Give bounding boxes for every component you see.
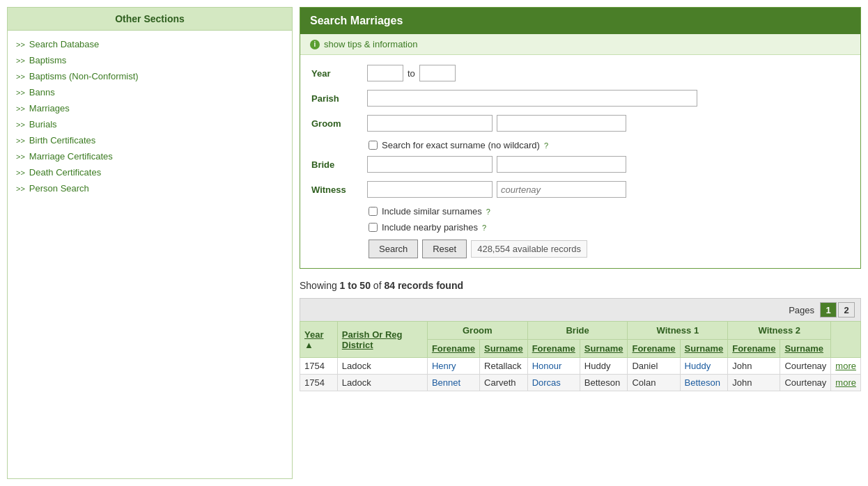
cell-groom-forename: Henry xyxy=(427,358,479,375)
bride-surname-header[interactable]: Surname xyxy=(580,340,628,358)
search-button[interactable]: Search xyxy=(369,240,418,258)
similar-surnames-help[interactable]: ? xyxy=(486,207,490,216)
sidebar-item-label: Banns xyxy=(29,87,55,97)
parish-sort-link[interactable]: Parish Or Reg District xyxy=(342,329,403,350)
sidebar-item-burials[interactable]: >>Burials xyxy=(8,116,292,132)
cell-w1-surname: Huddy xyxy=(680,358,728,375)
sidebar-item-baptisms-nonconformist[interactable]: >>Baptisms (Non-Conformist) xyxy=(8,68,292,84)
year-to-input[interactable] xyxy=(419,65,456,81)
parish-input[interactable] xyxy=(367,90,697,107)
sidebar-item-search-database[interactable]: >>Search Database xyxy=(8,36,292,52)
sidebar-item-label: Death Certificates xyxy=(29,167,101,178)
groom-forename-sort[interactable]: Forename xyxy=(432,343,475,354)
results-summary: Showing 1 to 50 of 84 records found xyxy=(300,280,861,291)
cell-parish: Ladock xyxy=(337,375,427,391)
groom-surname-sort[interactable]: Surname xyxy=(484,343,523,354)
sidebar-item-baptisms[interactable]: >>Baptisms xyxy=(8,52,292,68)
cell-w2-forename: John xyxy=(728,375,780,391)
cell-year: 1754 xyxy=(300,358,338,375)
sidebar-item-marriages[interactable]: >>Marriages xyxy=(8,100,292,116)
bride-forename-sort[interactable]: Forename xyxy=(532,343,575,354)
more-link[interactable]: more xyxy=(835,377,856,388)
year-row: Year to xyxy=(311,65,849,81)
cell-w2-surname: Courtenay xyxy=(780,358,831,375)
arrow-icon: >> xyxy=(16,120,25,129)
cell-parish: Ladock xyxy=(337,358,427,375)
witness-controls xyxy=(367,181,626,198)
sidebar-item-death-certificates[interactable]: >>Death Certificates xyxy=(8,164,292,180)
col-groom-group: Groom xyxy=(427,322,527,340)
search-panel: Search Marriages i show tips & informati… xyxy=(300,7,861,269)
w2-surname-header[interactable]: Surname xyxy=(780,340,831,358)
sidebar-item-label: Burials xyxy=(29,119,57,130)
cell-groom-surname: Carveth xyxy=(480,375,528,391)
tips-bar[interactable]: i show tips & information xyxy=(300,34,860,55)
cell-w1-forename: Colan xyxy=(628,375,680,391)
year-controls: to xyxy=(367,65,456,81)
pages-label: Pages xyxy=(789,305,814,315)
cell-bride-surname: Betteson xyxy=(580,375,628,391)
more-link[interactable]: more xyxy=(835,361,856,371)
nearby-parishes-checkbox[interactable] xyxy=(369,223,378,232)
year-sort-link[interactable]: Year xyxy=(304,329,323,340)
sidebar-item-label: Search Database xyxy=(29,39,99,49)
groom-surname-header[interactable]: Surname xyxy=(480,340,528,358)
arrow-icon: >> xyxy=(16,40,25,49)
nearby-parishes-help[interactable]: ? xyxy=(482,224,486,232)
bride-surname-sort[interactable]: Surname xyxy=(584,343,623,354)
col-parish-header[interactable]: Parish Or Reg District xyxy=(337,322,427,358)
page-2-button[interactable]: 2 xyxy=(838,302,855,318)
sidebar-item-banns[interactable]: >>Banns xyxy=(8,84,292,100)
year-from-input[interactable] xyxy=(367,65,403,81)
cell-groom-surname: Retallack xyxy=(480,358,528,375)
w1-surname-header[interactable]: Surname xyxy=(680,340,728,358)
cell-more[interactable]: more xyxy=(831,375,861,391)
sidebar-item-person-search[interactable]: >>Person Search xyxy=(8,180,292,196)
groom-first-input[interactable] xyxy=(367,115,493,132)
col-actions-header xyxy=(831,322,861,358)
cell-year: 1754 xyxy=(300,375,338,391)
groom-forename-header[interactable]: Forename xyxy=(427,340,479,358)
similar-surnames-checkbox[interactable] xyxy=(369,207,378,216)
sidebar-item-label: Person Search xyxy=(29,183,89,194)
page-1-button[interactable]: 1 xyxy=(820,302,837,318)
bride-controls xyxy=(367,156,626,173)
arrow-icon: >> xyxy=(16,104,25,113)
bride-first-input[interactable] xyxy=(367,156,493,173)
witness-last-input[interactable] xyxy=(497,181,626,198)
cell-w2-forename: John xyxy=(728,358,780,375)
witness-first-input[interactable] xyxy=(367,181,493,198)
exact-surname-checkbox[interactable] xyxy=(369,141,378,150)
arrow-icon: >> xyxy=(16,136,25,145)
results-total: 84 records found xyxy=(384,280,463,291)
sidebar-item-birth-certificates[interactable]: >>Birth Certificates xyxy=(8,132,292,148)
sidebar-item-marriage-certificates[interactable]: >>Marriage Certificates xyxy=(8,148,292,164)
sidebar-item-label: Baptisms (Non-Conformist) xyxy=(29,71,139,81)
w1-forename-sort[interactable]: Forename xyxy=(632,343,675,354)
w1-surname-sort[interactable]: Surname xyxy=(685,343,724,354)
cell-bride-forename: Honour xyxy=(527,358,580,375)
results-range: 1 to 50 xyxy=(340,280,371,291)
bride-last-input[interactable] xyxy=(497,156,626,173)
col-year-header[interactable]: Year ▲ xyxy=(300,322,338,358)
parish-controls xyxy=(367,90,697,107)
bride-label: Bride xyxy=(311,159,367,170)
w2-forename-sort[interactable]: Forename xyxy=(732,343,775,354)
col-witness2-group: Witness 2 xyxy=(728,322,831,340)
search-form: Year to Parish Groom xyxy=(300,55,860,268)
arrow-icon: >> xyxy=(16,185,25,193)
cell-more[interactable]: more xyxy=(831,358,861,375)
groom-last-input[interactable] xyxy=(497,115,626,132)
bride-forename-header[interactable]: Forename xyxy=(527,340,580,358)
bride-row: Bride xyxy=(311,156,849,173)
table-row: 1754 Ladock Henry Retallack Honour Huddy… xyxy=(300,358,861,375)
exact-surname-help[interactable]: ? xyxy=(544,141,548,150)
w2-surname-sort[interactable]: Surname xyxy=(784,343,823,354)
groom-row: Groom xyxy=(311,115,849,132)
reset-button[interactable]: Reset xyxy=(422,240,467,258)
w2-forename-header[interactable]: Forename xyxy=(728,340,780,358)
sidebar-item-label: Birth Certificates xyxy=(29,135,95,146)
w1-forename-header[interactable]: Forename xyxy=(628,340,680,358)
action-row: Search Reset 428,554 available records xyxy=(369,240,849,258)
sidebar: Other Sections >>Search Database>>Baptis… xyxy=(7,7,293,479)
